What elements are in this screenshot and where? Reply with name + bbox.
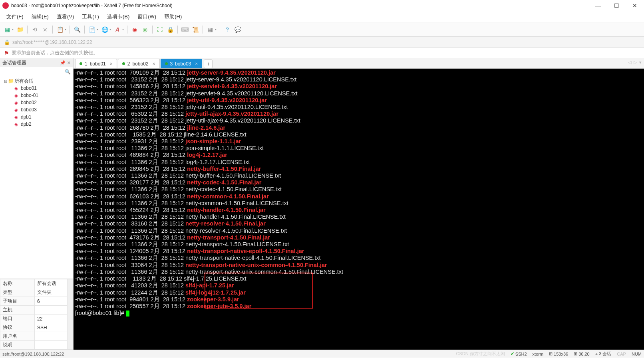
xagent-button[interactable]: ◎: [141, 26, 149, 34]
tab-number: 3: [170, 61, 173, 67]
terminal-output[interactable]: -rw-r--r--. 1 root root 709109 2月 28 15:…: [74, 69, 644, 350]
tab-menu-icon[interactable]: ▾: [639, 60, 642, 65]
prop-value: [35, 332, 68, 341]
lock-button[interactable]: 🔒: [166, 26, 174, 34]
tab-next-icon[interactable]: ▷: [634, 60, 637, 65]
menubar: 文件(F)编辑(E)查看(V)工具(T)选项卡(B)窗口(W)帮助(H): [0, 11, 644, 22]
tab-close-icon[interactable]: ×: [110, 61, 113, 67]
chat-button[interactable]: 💬: [234, 26, 242, 34]
session-tab[interactable]: 3 bobo03×: [161, 59, 203, 68]
session-tab[interactable]: 2 bobo02×: [118, 59, 160, 68]
fullscreen-button[interactable]: ⛶: [156, 26, 164, 34]
tree-root[interactable]: ⊟ 📁 所有会话: [2, 77, 72, 85]
sidebar-close-icon[interactable]: ✕: [67, 60, 71, 65]
open-button[interactable]: 📁: [16, 26, 24, 34]
tree-root-label: 所有会话: [14, 78, 34, 85]
status-item: ⊞ 36,20: [574, 351, 590, 356]
tab-label: bobo03: [175, 61, 191, 67]
prop-value: 6: [35, 297, 68, 306]
prop-value: 文件夹: [35, 288, 68, 297]
props-scrollbar[interactable]: [68, 279, 73, 350]
tab-close-icon[interactable]: ×: [195, 61, 198, 67]
session-item[interactable]: ◉bobo02: [2, 99, 72, 106]
xftp-button[interactable]: ◉: [131, 26, 139, 34]
session-item[interactable]: ◉bobo01: [2, 85, 72, 92]
new-session-button[interactable]: ▦: [3, 26, 11, 34]
session-item[interactable]: ◉bobo03: [2, 106, 72, 113]
grid-icon: ⊞: [574, 351, 577, 356]
font-button[interactable]: A: [113, 26, 121, 34]
hint-text: 要添加当前会话，点击左侧的箭头按钮。: [12, 49, 98, 56]
keyboard-button[interactable]: ⌨: [181, 26, 189, 34]
help-button[interactable]: ?: [223, 26, 231, 34]
lock-icon: 🔒: [4, 40, 10, 45]
session-item[interactable]: ◉dpb2: [2, 121, 72, 128]
prop-key: 端口: [0, 315, 35, 323]
status-item: NUM: [632, 352, 642, 356]
menu-item[interactable]: 帮助(H): [161, 12, 185, 22]
window-title: bobo03 - root@bobo01:/opt/zookeeper/lib …: [11, 3, 589, 8]
session-label: bobo01: [21, 85, 37, 91]
prop-value: SSH: [35, 323, 68, 332]
menu-item[interactable]: 窗口(W): [134, 12, 159, 22]
window-titlebar: bobo03 - root@bobo01:/opt/zookeeper/lib …: [0, 0, 644, 11]
tab-prev-icon[interactable]: ◁: [628, 60, 631, 65]
session-icon: ◉: [14, 115, 20, 119]
prop-key: 主机: [0, 306, 35, 315]
status-item: ⊞ 153x36: [549, 351, 568, 356]
menu-item[interactable]: 编辑(E): [28, 12, 52, 22]
disconnect-button[interactable]: ⤫: [41, 26, 49, 34]
check-icon: ✔: [511, 351, 514, 356]
tab-strip: 1 bobo01×2 bobo02×3 bobo03×+◁▷▾: [74, 58, 644, 69]
prop-value: 所有会话: [35, 279, 68, 288]
prop-key: 名称: [0, 279, 35, 288]
pin-icon[interactable]: 📌: [60, 60, 66, 65]
status-item: xterm: [533, 352, 544, 356]
menu-item[interactable]: 工具(T): [79, 12, 102, 22]
expand-icon[interactable]: ⊟: [3, 79, 8, 83]
tab-close-icon[interactable]: ×: [152, 61, 155, 67]
close-button[interactable]: ✕: [626, 0, 644, 11]
address-bar[interactable]: 🔒 ssh://root:******@192.168.100.122:22: [0, 37, 644, 48]
session-manager-sidebar: 会话管理器 📌✕ 🔍 ⊟ 📁 所有会话 ◉bobo01◉bobo-01◉bobo…: [0, 58, 74, 350]
reconnect-button[interactable]: ⟲: [31, 26, 39, 34]
properties-panel: 名称所有会话类型文件夹子项目6主机端口22协议SSH用户名说明: [0, 279, 73, 350]
session-item[interactable]: ◉bobo-01: [2, 92, 72, 99]
properties-button[interactable]: 📋: [56, 26, 64, 34]
session-item[interactable]: ◉dpb1: [2, 113, 72, 121]
prop-value: [35, 306, 68, 315]
session-icon: ◉: [14, 101, 20, 105]
search-button[interactable]: 🔍: [73, 26, 81, 34]
tab-label: bobo01: [90, 61, 106, 67]
menu-item[interactable]: 文件(F): [3, 12, 27, 22]
search-icon[interactable]: 🔍: [65, 69, 71, 75]
session-label: bobo02: [21, 100, 37, 105]
copy-button[interactable]: 📄: [88, 26, 96, 34]
prop-key: 子项目: [0, 297, 35, 306]
session-icon: ◉: [14, 108, 20, 112]
toolbar: ▦▾ 📁 ⟲ ⤫ 📋▾ 🔍 📄▾ 🌐▾ A▾ ◉ ◎ ⛶ 🔒 ⌨ 📜 ▦▾ ? …: [0, 22, 644, 37]
add-tab-button[interactable]: +: [204, 59, 213, 68]
tab-number: 2: [127, 61, 130, 67]
maximize-button[interactable]: ☐: [607, 0, 626, 11]
minimize-button[interactable]: —: [589, 0, 607, 11]
prop-key: 用户名: [0, 332, 35, 341]
tile-button[interactable]: ▦: [206, 26, 214, 34]
cursor: [126, 311, 129, 317]
script-button[interactable]: 📜: [191, 26, 199, 34]
plus-icon: +: [595, 352, 598, 356]
session-label: dpb2: [21, 121, 32, 127]
session-tab[interactable]: 1 bobo01×: [75, 59, 117, 68]
globe-button[interactable]: 🌐: [101, 26, 109, 34]
status-left: ssh://root@192.168.100.122:22: [2, 352, 64, 356]
session-label: bobo-01: [21, 93, 38, 98]
menu-item[interactable]: 查看(V): [54, 12, 77, 22]
grid-icon: ⊞: [549, 351, 553, 356]
flag-icon: ⚑: [4, 50, 9, 56]
menu-item[interactable]: 选项卡(B): [104, 12, 133, 22]
status-dot-icon: [122, 62, 125, 65]
status-item: ✔ SSH2: [511, 351, 527, 356]
tab-label: bobo02: [132, 61, 148, 67]
hint-bar: ⚑ 要添加当前会话，点击左侧的箭头按钮。: [0, 48, 644, 58]
tab-number: 1: [85, 61, 87, 67]
